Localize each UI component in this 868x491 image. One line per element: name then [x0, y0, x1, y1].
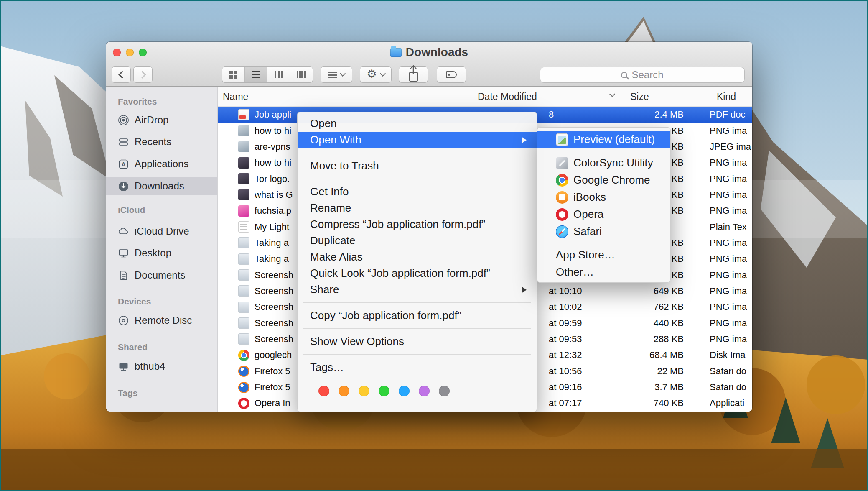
menu-item-label: Open With [310, 133, 361, 146]
tag-yellow[interactable] [359, 386, 369, 396]
file-size: 3.7 MB [602, 382, 684, 393]
submenu-item-ibooks[interactable]: iBooks [537, 189, 670, 206]
submenu-item-safari[interactable]: Safari [537, 223, 670, 240]
file-icon [238, 398, 249, 409]
menu-item-copy[interactable]: Copy “Job application form.pdf” [298, 307, 537, 324]
submenu-item-label: Opera [573, 208, 603, 221]
file-icon [238, 302, 249, 313]
menu-item-share[interactable]: Share [298, 281, 537, 298]
column-header-name[interactable]: Name [223, 87, 248, 107]
menu-item-get-info[interactable]: Get Info [298, 184, 537, 200]
file-kind: PNG ima [710, 253, 752, 264]
file-icon [238, 350, 249, 361]
zoom-button[interactable] [139, 49, 147, 56]
icon-view-button[interactable] [222, 67, 245, 82]
file-icon [238, 141, 249, 152]
sidebar-item-icloud-drive[interactable]: iCloud Drive [106, 222, 217, 240]
coverflow-view-button[interactable] [290, 67, 313, 82]
menu-item-show-view-options[interactable]: Show View Options [298, 333, 537, 350]
forward-button[interactable] [133, 66, 153, 83]
action-menu-button[interactable]: ⚙ [360, 66, 392, 83]
sidebar-item-documents[interactable]: Documents [106, 266, 217, 284]
tag-blue[interactable] [399, 386, 410, 396]
group-icon [328, 72, 337, 78]
submenu-item-colorsync[interactable]: ColorSync Utility [537, 154, 670, 171]
file-kind: PNG ima [710, 238, 752, 248]
search-icon [621, 72, 627, 78]
submenu-item-label: ColorSync Utility [573, 156, 653, 169]
tag-gray[interactable] [439, 386, 450, 396]
group-by-button[interactable] [321, 66, 352, 83]
sidebar-item-airdrop[interactable]: AirDrop [106, 111, 217, 129]
menu-divider [543, 243, 664, 243]
file-icon [238, 269, 249, 281]
file-icon [238, 205, 249, 217]
column-header-date-modified[interactable]: Date Modified [478, 87, 537, 107]
menu-item-tags[interactable]: Tags… [298, 359, 537, 376]
menu-item-make-alias[interactable]: Make Alias [298, 249, 537, 265]
file-kind: PNG ima [710, 174, 752, 184]
tag-green[interactable] [379, 386, 389, 396]
tags-button[interactable] [437, 66, 466, 83]
submenu-item-preview[interactable]: Preview (default) [537, 131, 670, 148]
sidebar-section-favorites: Favorites [106, 95, 217, 108]
file-icon [238, 221, 249, 233]
file-kind: Safari do [710, 382, 752, 393]
column-view-button[interactable] [267, 67, 290, 82]
disc-icon [118, 315, 129, 326]
submenu-item-label: Google Chrome [573, 174, 650, 187]
submenu-item-label: Preview (default) [573, 133, 655, 146]
sidebar-item-desktop[interactable]: Desktop [106, 244, 217, 262]
menu-item-label: Share [310, 283, 339, 296]
colorsync-app-icon [556, 157, 568, 169]
titlebar[interactable]: Downloads [106, 42, 752, 63]
sidebar-section-devices: Devices [106, 295, 217, 308]
menu-item-compress[interactable]: Compress “Job application form.pdf” [298, 216, 537, 233]
menu-item-duplicate[interactable]: Duplicate [298, 233, 537, 249]
file-icon [238, 157, 249, 169]
menu-divider [303, 302, 531, 303]
menu-item-move-to-trash[interactable]: Move to Trash [298, 158, 537, 174]
file-kind: PDF doc [710, 109, 752, 120]
minimize-button[interactable] [126, 49, 134, 56]
file-size: 68.4 MB [602, 350, 684, 361]
file-kind: PNG ima [710, 334, 752, 345]
submenu-item-other[interactable]: Other… [537, 263, 670, 281]
open-with-submenu: Preview (default) ColorSync Utility Goog… [537, 127, 671, 283]
column-header-kind[interactable]: Kind [717, 87, 736, 107]
submenu-item-google-chrome[interactable]: Google Chrome [537, 171, 670, 189]
menu-item-open-with[interactable]: Open With [298, 132, 537, 148]
sidebar-item-label: Recents [135, 136, 171, 148]
column-header-size[interactable]: Size [630, 87, 649, 107]
submenu-item-opera[interactable]: Opera [537, 206, 670, 223]
menu-item-open[interactable]: Open [298, 115, 537, 132]
tag-red[interactable] [318, 386, 329, 396]
menu-item-rename[interactable]: Rename [298, 200, 537, 216]
menu-item-quick-look[interactable]: Quick Look “Job application form.pdf” [298, 265, 537, 281]
sidebar-item-downloads[interactable]: Downloads [106, 177, 217, 195]
search-input[interactable]: Search [540, 67, 745, 83]
sidebar-item-remote-disc[interactable]: Remote Disc [106, 311, 217, 330]
sidebar-item-label: iCloud Drive [135, 225, 189, 237]
list-view-button[interactable] [245, 67, 267, 82]
back-button[interactable] [112, 66, 131, 83]
tag-purple[interactable] [419, 386, 430, 396]
file-size: 762 KB [602, 302, 684, 312]
sidebar-section-icloud: iCloud [106, 204, 217, 216]
file-size: 440 KB [602, 318, 684, 329]
sidebar-item-bthub4[interactable]: bthub4 [106, 357, 217, 376]
file-icon [238, 382, 249, 393]
downloads-icon [118, 181, 129, 192]
close-button[interactable] [113, 49, 121, 56]
preview-app-icon [556, 133, 568, 146]
file-icon [238, 253, 249, 265]
sidebar-item-applications[interactable]: A Applications [106, 155, 217, 173]
view-mode-control [222, 66, 313, 83]
submenu-item-app-store[interactable]: App Store… [537, 246, 670, 263]
sidebar-item-recents[interactable]: Recents [106, 133, 217, 151]
sidebar-item-label: Desktop [135, 247, 171, 259]
chevron-right-icon [138, 71, 146, 78]
tag-orange[interactable] [339, 386, 349, 396]
sidebar-item-label: bthub4 [135, 361, 165, 372]
share-button[interactable] [399, 66, 428, 83]
